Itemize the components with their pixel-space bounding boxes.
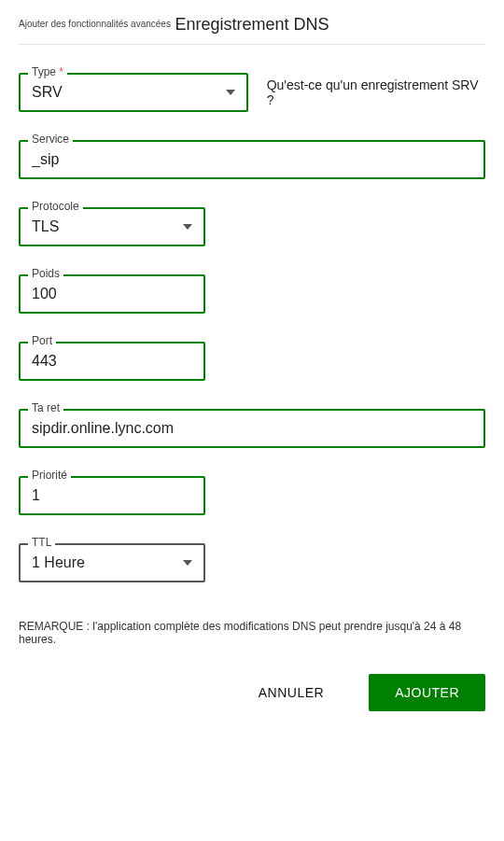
type-select[interactable]: SRV [19,73,248,112]
cancel-button[interactable]: ANNULER [232,674,350,711]
type-field[interactable]: Type * SRV [19,73,248,112]
protocole-label: Protocole [28,200,83,213]
target-input[interactable] [32,420,472,437]
poids-input[interactable] [32,286,192,302]
header: Ajouter des fonctionnalités avancées Enr… [19,15,485,45]
header-subtitle: Ajouter des fonctionnalités avancées [19,19,171,29]
priorite-label: Priorité [28,469,71,482]
service-field[interactable]: Service [19,140,485,179]
button-row: ANNULER AJOUTER [19,674,485,711]
port-label: Port [28,334,56,347]
target-field[interactable]: Ta ret [19,409,485,448]
ttl-value: 1 Heure [32,554,85,571]
service-label: Service [28,133,73,146]
type-value: SRV [32,84,63,101]
ttl-label: TTL [28,536,55,549]
note-text: REMARQUE : l'application complète des mo… [19,620,485,646]
protocole-value: TLS [32,218,59,235]
add-button[interactable]: AJOUTER [369,674,485,711]
port-field[interactable]: Port [19,342,205,381]
poids-label: Poids [28,267,63,280]
ttl-select[interactable]: 1 Heure [19,543,205,582]
protocole-field[interactable]: Protocole TLS [19,207,205,246]
service-input[interactable] [32,151,472,168]
type-help-link[interactable]: Qu'est-ce qu'un enregistrement SRV ? [267,77,485,107]
port-input[interactable] [32,353,192,370]
ttl-field[interactable]: TTL 1 Heure [19,543,205,582]
type-label: Type * [28,65,67,78]
target-label: Ta ret [28,401,63,414]
poids-field[interactable]: Poids [19,274,205,314]
priorite-input[interactable] [32,487,192,504]
priorite-field[interactable]: Priorité [19,476,205,515]
chevron-down-icon [226,90,235,95]
chevron-down-icon [183,560,192,566]
protocole-select[interactable]: TLS [19,207,205,246]
chevron-down-icon [183,224,192,230]
